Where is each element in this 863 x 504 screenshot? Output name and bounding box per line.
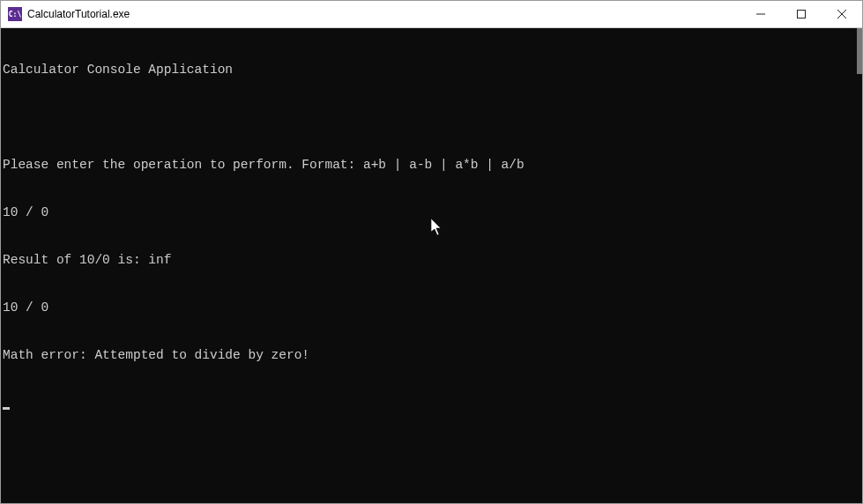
console-line xyxy=(3,109,860,125)
console-line: Math error: Attempted to divide by zero! xyxy=(3,347,860,363)
console-line: Calculator Console Application xyxy=(3,62,860,78)
close-button[interactable] xyxy=(822,1,862,27)
window-controls xyxy=(740,1,862,27)
console-line: Result of 10/0 is: inf xyxy=(3,252,860,268)
text-cursor xyxy=(3,407,10,410)
console-line: Please enter the operation to perform. F… xyxy=(3,157,860,173)
console-line: 10 / 0 xyxy=(3,300,860,315)
minimize-icon xyxy=(756,10,765,19)
titlebar[interactable]: C:\ CalculatorTutorial.exe xyxy=(1,1,862,28)
window-title: CalculatorTutorial.exe xyxy=(27,8,740,20)
maximize-button[interactable] xyxy=(781,1,822,27)
svg-rect-1 xyxy=(798,11,806,19)
app-icon-label: C:\ xyxy=(9,11,21,19)
app-icon: C:\ xyxy=(8,7,22,21)
vertical-scrollbar[interactable] xyxy=(857,28,862,74)
console-output[interactable]: Calculator Console Application Please en… xyxy=(1,28,862,503)
minimize-button[interactable] xyxy=(740,1,781,27)
console-line: 10 / 0 xyxy=(3,204,860,220)
maximize-icon xyxy=(797,10,806,19)
close-icon xyxy=(837,10,846,19)
console-cursor-line xyxy=(3,395,860,411)
app-window: C:\ CalculatorTutorial.exe Calculator Co… xyxy=(0,0,863,504)
